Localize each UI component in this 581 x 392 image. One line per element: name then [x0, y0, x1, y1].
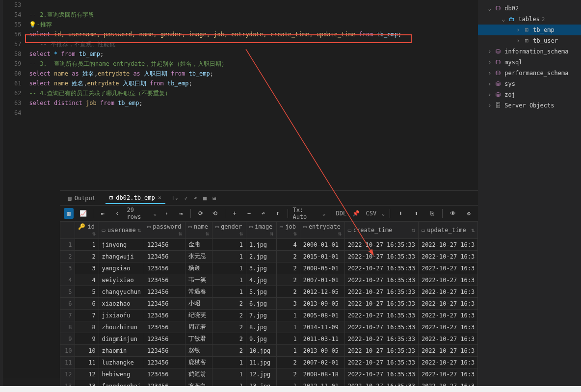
cell-gender[interactable]: 2: [212, 345, 246, 357]
cell-job[interactable]: 1: [277, 310, 300, 321]
cell-job[interactable]: 3: [277, 298, 300, 310]
cell-create-time[interactable]: 2022-10-27 16:35:33: [344, 368, 418, 380]
cell-name[interactable]: 金庸: [185, 239, 212, 251]
cell-update-time[interactable]: 2022-10-27 16:3: [418, 310, 477, 321]
cell-image[interactable]: 12.jpg: [246, 368, 276, 380]
code-editor[interactable]: 53545556✓5758596061626364 -- 2.查询返回所有字段💡…: [3, 0, 478, 190]
cell-job[interactable]: 2: [277, 368, 300, 380]
tab-output[interactable]: ▤ Output: [64, 193, 100, 204]
chart-view-button[interactable]: 📈: [79, 208, 88, 219]
cell-id[interactable]: 2: [75, 251, 99, 262]
cell-gender[interactable]: 1: [212, 262, 246, 274]
close-icon[interactable]: ×: [158, 194, 161, 201]
table-row[interactable]: 77jixiaofu123456纪晓芙27.jpg12005-08-012022…: [60, 310, 478, 321]
column-header-job[interactable]: ▭job⇅: [277, 222, 300, 239]
cell-update-time[interactable]: 2022-10-27 16:3: [418, 298, 477, 310]
cell-job[interactable]: 1: [277, 321, 300, 333]
table-row[interactable]: 66xiaozhao123456小昭26.jpg32013-09-052022-…: [60, 298, 478, 310]
table-row[interactable]: 44weiyixiao123456韦一笑14.jpg22007-01-01202…: [60, 274, 478, 286]
cell-password[interactable]: 123456: [144, 345, 185, 357]
code-line[interactable]: -- 2.查询返回所有字段: [29, 10, 478, 20]
cell-gender[interactable]: 2: [212, 333, 246, 345]
cell-username[interactable]: xiaozhao: [99, 298, 144, 310]
cell-entrydate[interactable]: 2008-08-18: [300, 368, 344, 380]
cell-create-time[interactable]: 2022-10-27 16:35:33: [344, 274, 418, 286]
code-line[interactable]: [29, 0, 478, 10]
column-header-name[interactable]: ▭name⇅: [185, 222, 212, 239]
cell-update-time[interactable]: 2022-10-27 16:3: [418, 357, 477, 368]
undo-icon[interactable]: ↶: [194, 195, 197, 202]
cell-update-time[interactable]: 2022-10-27 16:3: [418, 239, 477, 251]
cell-id[interactable]: 7: [75, 310, 99, 321]
cell-password[interactable]: 123456: [144, 274, 185, 286]
cell-entrydate[interactable]: 2005-08-01: [300, 310, 344, 321]
cell-create-time[interactable]: 2022-10-27 16:35:33: [344, 262, 418, 274]
cell-name[interactable]: 周芷若: [185, 321, 212, 333]
cell-create-time[interactable]: 2022-10-27 16:35:33: [344, 286, 418, 298]
chevron-down-icon[interactable]: ⌄: [153, 210, 157, 217]
table-row[interactable]: 1111luzhangke123456鹿杖客111.jpg22007-02-01…: [60, 357, 478, 368]
tab-result[interactable]: ⊞ db02.tb_emp ×: [106, 192, 165, 204]
cell-gender[interactable]: 2: [212, 321, 246, 333]
tree-info-schema[interactable]: › ⛁ information_schema: [478, 46, 581, 57]
cell-password[interactable]: 123456: [144, 298, 185, 310]
cell-gender[interactable]: 1: [212, 357, 246, 368]
code-line[interactable]: -- 4.查询已有的员工关联了哪几种职位（不要重复）: [29, 88, 478, 98]
cell-id[interactable]: 4: [75, 274, 99, 286]
cell-entrydate[interactable]: 2013-09-05: [300, 345, 344, 357]
stop-icon[interactable]: ■: [203, 195, 207, 202]
cell-job[interactable]: 4: [277, 239, 300, 251]
cell-image[interactable]: 6.jpg: [246, 298, 276, 310]
column-header-entrydate[interactable]: ▭entrydate⇅: [300, 222, 344, 239]
tree-db[interactable]: ⌄ ⛁ db02: [478, 3, 581, 14]
column-header-password[interactable]: ▭password⇅: [144, 222, 185, 239]
cell-update-time[interactable]: 2022-10-27 16:3: [418, 274, 477, 286]
cell-entrydate[interactable]: 2011-03-11: [300, 333, 344, 345]
cell-gender[interactable]: 1: [212, 239, 246, 251]
table-row[interactable]: 99dingminjun123456丁敏君29.jpg12011-03-1120…: [60, 333, 478, 345]
table-row[interactable]: 88zhouzhiruo123456周芷若28.jpg12014-11-0920…: [60, 321, 478, 333]
reload-page-button[interactable]: ⟲: [210, 208, 219, 219]
table-row[interactable]: 11jinyong123456金庸11.jpg42000-01-012022-1…: [60, 239, 478, 251]
cell-image[interactable]: 7.jpg: [246, 310, 276, 321]
cell-image[interactable]: 8.jpg: [246, 321, 276, 333]
cell-password[interactable]: 123456: [144, 321, 185, 333]
cell-gender[interactable]: 1: [212, 286, 246, 298]
cell-entrydate[interactable]: 2008-05-01: [300, 262, 344, 274]
code-line[interactable]: [29, 108, 478, 118]
cell-create-time[interactable]: 2022-10-27 16:35:33: [344, 321, 418, 333]
column-header-create_time[interactable]: ▭create_time⇅: [344, 222, 418, 239]
cell-gender[interactable]: 1: [212, 274, 246, 286]
cell-username[interactable]: weiyixiao: [99, 274, 144, 286]
cell-username[interactable]: dingminjun: [99, 333, 144, 345]
cell-username[interactable]: zhaomin: [99, 345, 144, 357]
cell-update-time[interactable]: 2022-10-27 16:3: [418, 262, 477, 274]
table-row[interactable]: 1010zhaomin123456赵敏210.jpg12013-09-05202…: [60, 345, 478, 357]
cell-id[interactable]: 12: [75, 368, 99, 380]
cell-entrydate[interactable]: 2015-01-01: [300, 251, 344, 262]
cell-image[interactable]: 1.jpg: [246, 239, 276, 251]
cell-username[interactable]: yangxiao: [99, 262, 144, 274]
taskbar[interactable]: [0, 386, 581, 392]
copy-button[interactable]: ⎘: [426, 208, 437, 219]
cell-create-time[interactable]: 2022-10-27 16:35:33: [344, 310, 418, 321]
cell-create-time[interactable]: 2022-10-27 16:35:33: [344, 239, 418, 251]
cell-image[interactable]: 5.jpg: [246, 286, 276, 298]
cell-entrydate[interactable]: 2007-01-01: [300, 274, 344, 286]
cell-create-time[interactable]: 2022-10-27 16:35:33: [344, 345, 418, 357]
export-format[interactable]: CSV: [366, 210, 376, 217]
cell-password[interactable]: 123456: [144, 368, 185, 380]
tree-table-emp[interactable]: › ⊞ tb_emp: [478, 25, 581, 35]
cell-image[interactable]: 9.jpg: [246, 333, 276, 345]
layout-icon[interactable]: ⊞: [212, 195, 216, 202]
revert-button[interactable]: ↶: [259, 208, 268, 219]
cell-id[interactable]: 8: [75, 321, 99, 333]
cell-id[interactable]: 11: [75, 357, 99, 368]
commit-button[interactable]: ⬆: [273, 208, 282, 219]
chevron-down-icon[interactable]: ⌄: [322, 210, 325, 217]
cell-update-time[interactable]: 2022-10-27 16:3: [418, 286, 477, 298]
cell-id[interactable]: 6: [75, 298, 99, 310]
cell-name[interactable]: 杨逍: [185, 262, 212, 274]
cell-password[interactable]: 123456: [144, 239, 185, 251]
cell-name[interactable]: 张无忌: [185, 251, 212, 262]
